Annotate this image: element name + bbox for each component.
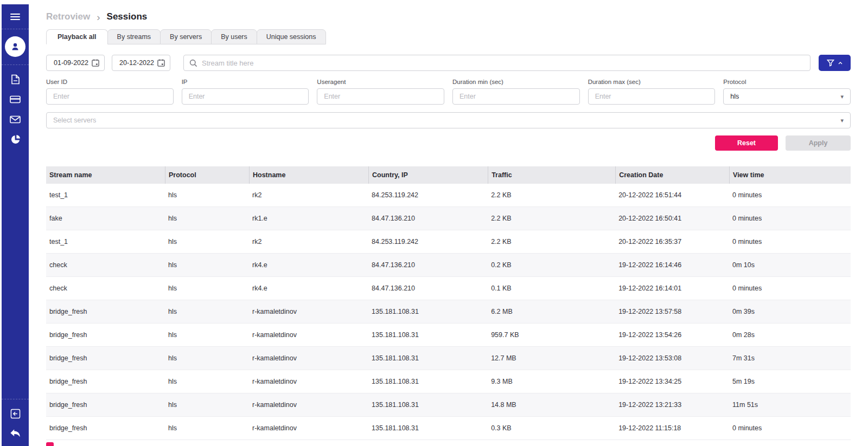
stream-search-input[interactable] xyxy=(202,59,805,67)
cut-off-pink-element[interactable] xyxy=(46,442,54,446)
filter-toggle-button[interactable] xyxy=(819,55,851,71)
protocol-select[interactable]: hls▾ xyxy=(723,88,851,105)
column-header-creation-date[interactable]: Creation Date xyxy=(615,166,729,184)
pie-chart-icon[interactable] xyxy=(10,134,21,145)
cell-country-ip: 135.181.108.31 xyxy=(368,393,488,416)
cell-creation-date: 19-12-2022 13:21:33 xyxy=(615,393,729,416)
field-user-id: User ID xyxy=(46,79,174,105)
stream-search[interactable] xyxy=(183,55,810,71)
cell-view-time: 0 minutes xyxy=(729,207,851,230)
cell-country-ip: 135.181.108.31 xyxy=(368,347,488,370)
duration-max-sec-input[interactable] xyxy=(588,88,716,105)
field-label: Duration max (sec) xyxy=(588,79,716,85)
user-avatar[interactable] xyxy=(5,36,25,57)
cell-hostname: rk2 xyxy=(249,184,368,206)
user-avatar-icon xyxy=(10,41,21,52)
cell-traffic: 0.2 KB xyxy=(488,254,615,276)
cell-hostname: rk4.e xyxy=(249,254,368,276)
table-row[interactable]: checkhlsrk4.e84.47.136.2100.1 KB19-12-20… xyxy=(46,277,851,300)
tab-playback-all[interactable]: Playback all xyxy=(46,29,108,44)
cell-stream-name: bridge_fresh xyxy=(46,324,165,346)
cell-protocol: hls xyxy=(165,277,249,300)
column-header-stream-name[interactable]: Stream name xyxy=(46,166,165,184)
table-row[interactable]: fakehlsrk1.e84.47.136.2102.2 KB20-12-202… xyxy=(46,207,851,230)
cell-view-time: 0 minutes xyxy=(729,417,851,439)
column-header-country-ip[interactable]: Country, IP xyxy=(368,166,488,184)
back-arrow-icon[interactable] xyxy=(10,428,21,438)
cell-view-time: 0 minutes xyxy=(729,184,851,206)
cell-protocol: hls xyxy=(165,370,249,393)
collapse-panel-icon[interactable] xyxy=(10,408,21,419)
cell-protocol: hls xyxy=(165,207,249,230)
cell-view-time: 7m 31s xyxy=(729,347,851,370)
credit-card-icon[interactable] xyxy=(10,94,21,105)
field-duration-max-sec: Duration max (sec) xyxy=(588,79,716,105)
cell-creation-date: 19-12-2022 13:34:25 xyxy=(615,370,729,393)
tab-by-users[interactable]: By users xyxy=(211,29,257,44)
field-label: Protocol xyxy=(723,79,851,85)
search-icon xyxy=(189,59,197,67)
cell-traffic: 0.3 KB xyxy=(488,417,615,439)
cell-traffic: 2.2 KB xyxy=(488,207,615,230)
table-row[interactable]: checkhlsrk4.e84.47.136.2100.2 KB19-12-20… xyxy=(46,254,851,277)
cell-traffic: 0.1 KB xyxy=(488,277,615,300)
table-header: Stream nameProtocolHostnameCountry, IPTr… xyxy=(46,166,851,184)
sidebar-divider xyxy=(2,64,29,65)
document-icon[interactable] xyxy=(10,74,21,85)
date-to-input[interactable] xyxy=(112,55,170,71)
table-row[interactable]: bridge_freshhlsr-kamaletdinov135.181.108… xyxy=(46,300,851,324)
cell-country-ip: 135.181.108.31 xyxy=(368,417,488,439)
table-row[interactable]: bridge_freshhlsr-kamaletdinov135.181.108… xyxy=(46,347,851,370)
field-ip: IP xyxy=(182,79,309,105)
cell-protocol: hls xyxy=(165,324,249,346)
cell-stream-name: bridge_fresh xyxy=(46,370,165,393)
cell-traffic: 959.7 KB xyxy=(488,324,615,346)
cell-protocol: hls xyxy=(165,417,249,439)
column-header-hostname[interactable]: Hostname xyxy=(249,166,368,184)
page-title: Sessions xyxy=(107,11,148,22)
cell-protocol: hls xyxy=(165,230,249,253)
mail-icon[interactable] xyxy=(10,114,21,125)
cell-country-ip: 84.47.136.210 xyxy=(368,207,488,230)
table-row[interactable]: test_1hlsrk284.253.119.2422.2 KB20-12-20… xyxy=(46,230,851,254)
cell-hostname: r-kamaletdinov xyxy=(249,417,368,439)
sessions-table: Stream nameProtocolHostnameCountry, IPTr… xyxy=(46,166,851,440)
field-label: IP xyxy=(182,79,309,85)
date-to-value[interactable] xyxy=(119,59,157,67)
column-header-view-time[interactable]: View time xyxy=(729,166,851,184)
cell-hostname: rk2 xyxy=(249,230,368,253)
cell-protocol: hls xyxy=(165,300,249,323)
column-header-protocol[interactable]: Protocol xyxy=(165,166,249,184)
tab-unique-sessions[interactable]: Unique sessions xyxy=(257,29,326,44)
apply-button[interactable]: Apply xyxy=(786,135,851,151)
column-header-traffic[interactable]: Traffic xyxy=(488,166,615,184)
table-row[interactable]: bridge_freshhlsr-kamaletdinov135.181.108… xyxy=(46,417,851,440)
cell-country-ip: 84.47.136.210 xyxy=(368,277,488,300)
reset-button[interactable]: Reset xyxy=(715,135,778,151)
field-useragent: Useragent xyxy=(317,79,444,105)
table-row[interactable]: bridge_freshhlsr-kamaletdinov135.181.108… xyxy=(46,324,851,347)
duration-min-sec-input[interactable] xyxy=(452,88,580,105)
user-id-input[interactable] xyxy=(46,88,174,105)
useragent-input[interactable] xyxy=(317,88,444,105)
cell-stream-name: bridge_fresh xyxy=(46,393,165,416)
cell-traffic: 2.2 KB xyxy=(488,184,615,206)
menu-icon[interactable] xyxy=(10,12,20,22)
tab-by-servers[interactable]: By servers xyxy=(160,29,212,44)
cell-creation-date: 20-12-2022 16:35:37 xyxy=(615,230,729,253)
table-row[interactable]: bridge_freshhlsr-kamaletdinov135.181.108… xyxy=(46,393,851,417)
cell-hostname: r-kamaletdinov xyxy=(249,324,368,346)
cell-stream-name: fake xyxy=(46,207,165,230)
cell-traffic: 12.7 MB xyxy=(488,347,615,370)
date-from-value[interactable] xyxy=(54,59,92,67)
cell-stream-name: test_1 xyxy=(46,184,165,206)
ip-input[interactable] xyxy=(182,88,309,105)
tab-by-streams[interactable]: By streams xyxy=(107,29,161,44)
cell-stream-name: bridge_fresh xyxy=(46,347,165,370)
table-row[interactable]: bridge_freshhlsr-kamaletdinov135.181.108… xyxy=(46,370,851,393)
date-from-input[interactable] xyxy=(46,55,105,71)
field-duration-min-sec: Duration min (sec) xyxy=(452,79,580,105)
servers-select[interactable]: Select servers ▾ xyxy=(46,112,851,128)
table-row[interactable]: test_1hlsrk284.253.119.2422.2 KB20-12-20… xyxy=(46,184,851,207)
breadcrumb-root[interactable]: Retroview xyxy=(46,11,90,22)
